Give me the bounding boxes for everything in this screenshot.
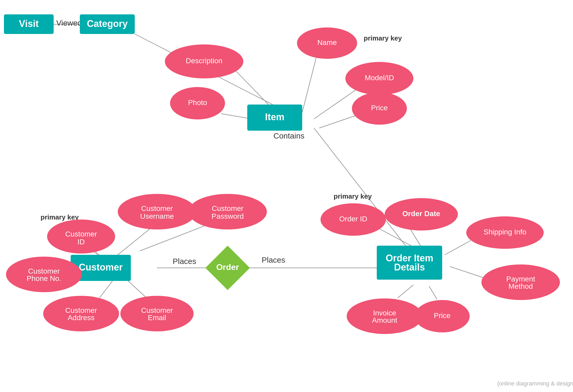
attr-customer-phone-label2: Phone No. <box>27 274 61 283</box>
contains-label-cat-item: Contains <box>273 131 304 140</box>
attr-order-date-label: Order Date <box>402 210 440 218</box>
attr-customer-password-label1: Customer <box>212 204 243 212</box>
entity-visit-label: Visit <box>19 18 38 29</box>
attr-customer-id-label: Customer <box>65 230 97 238</box>
connector-item-name <box>302 51 318 112</box>
entity-category-label: Category <box>87 18 128 29</box>
watermark-text: {online diagramming & design} creately.c… <box>497 380 573 387</box>
pk-item-label: primary key <box>364 34 402 42</box>
attr-payment-method-label2: Method <box>508 282 533 290</box>
attr-shipping-info-label: Shipping Info <box>484 228 526 236</box>
contains-label-order: Places <box>262 256 285 264</box>
attr-customer-phone-label1: Customer <box>28 267 60 275</box>
entity-oid-label2: Details <box>394 262 425 273</box>
connector-orderdetails-priceorder <box>429 286 437 299</box>
connector-customer-email <box>128 281 147 298</box>
attr-order-id-label: Order ID <box>339 215 367 223</box>
attr-customer-id-label2: ID <box>77 238 85 246</box>
attr-payment-method-label1: Payment <box>506 275 535 283</box>
attr-invoice-amount-label1: Invoice <box>373 309 396 317</box>
pk-order-label: primary key <box>334 192 372 200</box>
attr-customer-username-label2: Username <box>140 212 174 220</box>
connector-customer-password <box>140 226 204 251</box>
connector-orderdetails-orderid <box>377 227 413 247</box>
entity-customer-label: Customer <box>79 262 123 273</box>
connector-customer-username <box>118 227 152 255</box>
attr-description-label: Description <box>186 57 222 65</box>
diamond-order-label: Order <box>216 262 239 272</box>
attr-customer-email-label2: Email <box>148 314 166 322</box>
attr-customer-email-label1: Customer <box>141 306 173 314</box>
attr-photo-label: Photo <box>188 99 207 107</box>
attr-invoice-amount-label2: Amount <box>372 316 397 324</box>
er-diagram: Visit Viewed by Category Contains Item p… <box>0 0 573 392</box>
attr-customer-address-label1: Customer <box>65 306 97 314</box>
attr-model-id-label: Model/ID <box>365 74 394 82</box>
attr-customer-username-label1: Customer <box>141 204 173 212</box>
entity-item-label: Item <box>265 112 284 122</box>
places-label: Places <box>173 257 196 266</box>
attr-price-item-label: Price <box>371 104 388 112</box>
connector-orderdetails-shipping <box>445 240 471 255</box>
attr-name-label: Name <box>317 38 337 47</box>
pk-customer-label: primary key <box>41 213 79 221</box>
attr-customer-password-label2: Password <box>212 212 244 220</box>
attr-price-order-label: Price <box>434 312 451 320</box>
attr-customer-address-label2: Address <box>68 314 95 322</box>
connector-item-price <box>319 114 361 128</box>
connector-orderdetails-invoice <box>398 285 413 298</box>
connector-customer-address <box>99 281 113 298</box>
